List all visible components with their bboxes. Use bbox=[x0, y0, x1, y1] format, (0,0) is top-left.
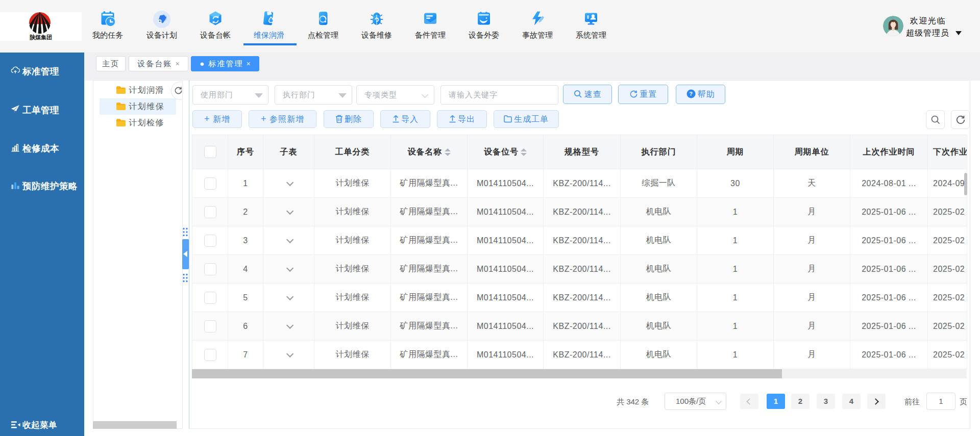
svg-text:?: ? bbox=[689, 91, 693, 97]
